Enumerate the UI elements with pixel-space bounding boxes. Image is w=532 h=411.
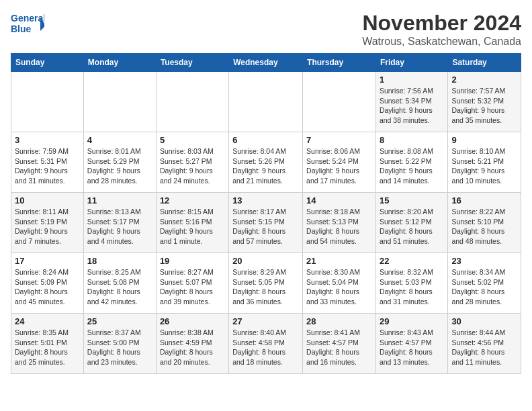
- day-info: Sunrise: 8:35 AM Sunset: 5:01 PM Dayligh…: [15, 328, 80, 367]
- day-info: Sunrise: 7:59 AM Sunset: 5:31 PM Dayligh…: [15, 146, 80, 186]
- day-number: 7: [306, 135, 372, 145]
- day-number: 23: [451, 256, 517, 266]
- calendar-cell: 12Sunrise: 8:15 AM Sunset: 5:16 PM Dayli…: [156, 193, 228, 253]
- calendar-week-row: 24Sunrise: 8:35 AM Sunset: 5:01 PM Dayli…: [11, 314, 521, 374]
- calendar-cell: 30Sunrise: 8:44 AM Sunset: 4:56 PM Dayli…: [448, 314, 521, 374]
- day-number: 21: [306, 256, 372, 266]
- day-info: Sunrise: 8:24 AM Sunset: 5:09 PM Dayligh…: [15, 267, 80, 307]
- calendar-cell: 9Sunrise: 8:10 AM Sunset: 5:21 PM Daylig…: [448, 132, 521, 193]
- logo-svg: General Blue: [11, 11, 44, 40]
- calendar-cell: 14Sunrise: 8:18 AM Sunset: 5:13 PM Dayli…: [303, 193, 376, 253]
- day-number: 25: [87, 316, 152, 326]
- calendar-cell: 11Sunrise: 8:13 AM Sunset: 5:17 PM Dayli…: [83, 193, 156, 253]
- calendar-cell: 10Sunrise: 8:11 AM Sunset: 5:19 PM Dayli…: [11, 193, 84, 253]
- day-number: 4: [87, 135, 152, 145]
- calendar-cell: 13Sunrise: 8:17 AM Sunset: 5:15 PM Dayli…: [229, 193, 303, 253]
- calendar-cell: 1Sunrise: 7:56 AM Sunset: 5:34 PM Daylig…: [375, 72, 447, 132]
- day-info: Sunrise: 8:25 AM Sunset: 5:08 PM Dayligh…: [87, 267, 152, 307]
- calendar-cell: 24Sunrise: 8:35 AM Sunset: 5:01 PM Dayli…: [11, 314, 84, 374]
- calendar-week-row: 17Sunrise: 8:24 AM Sunset: 5:09 PM Dayli…: [11, 253, 521, 314]
- weekday-header-tuesday: Tuesday: [156, 54, 228, 72]
- day-info: Sunrise: 7:56 AM Sunset: 5:34 PM Dayligh…: [380, 86, 444, 126]
- day-number: 6: [232, 135, 299, 145]
- day-info: Sunrise: 8:30 AM Sunset: 5:04 PM Dayligh…: [306, 267, 372, 307]
- day-number: 27: [232, 316, 299, 326]
- calendar-cell: 8Sunrise: 8:08 AM Sunset: 5:22 PM Daylig…: [375, 132, 447, 193]
- calendar-cell: 3Sunrise: 7:59 AM Sunset: 5:31 PM Daylig…: [11, 132, 84, 193]
- day-info: Sunrise: 8:44 AM Sunset: 4:56 PM Dayligh…: [451, 328, 517, 367]
- calendar-cell: 21Sunrise: 8:30 AM Sunset: 5:04 PM Dayli…: [303, 253, 376, 314]
- day-info: Sunrise: 8:18 AM Sunset: 5:13 PM Dayligh…: [306, 207, 372, 246]
- calendar-cell: [229, 72, 303, 132]
- calendar-cell: 7Sunrise: 8:06 AM Sunset: 5:24 PM Daylig…: [303, 132, 376, 193]
- calendar-cell: 22Sunrise: 8:32 AM Sunset: 5:03 PM Dayli…: [375, 253, 447, 314]
- day-number: 18: [87, 256, 152, 266]
- day-info: Sunrise: 8:15 AM Sunset: 5:16 PM Dayligh…: [160, 207, 225, 246]
- day-info: Sunrise: 8:40 AM Sunset: 4:58 PM Dayligh…: [232, 328, 299, 367]
- calendar-cell: 26Sunrise: 8:38 AM Sunset: 4:59 PM Dayli…: [156, 314, 228, 374]
- svg-text:General: General: [11, 13, 44, 24]
- day-number: 15: [380, 195, 444, 205]
- day-number: 17: [15, 256, 80, 266]
- weekday-header-thursday: Thursday: [303, 54, 376, 72]
- day-number: 19: [160, 256, 225, 266]
- title-area: November 2024 Watrous, Saskatchewan, Can…: [362, 11, 521, 48]
- weekday-header-wednesday: Wednesday: [229, 54, 303, 72]
- month-title: November 2024: [362, 11, 521, 36]
- calendar-cell: 6Sunrise: 8:04 AM Sunset: 5:26 PM Daylig…: [229, 132, 303, 193]
- weekday-header-friday: Friday: [375, 54, 447, 72]
- calendar-cell: 25Sunrise: 8:37 AM Sunset: 5:00 PM Dayli…: [83, 314, 156, 374]
- day-number: 14: [306, 195, 372, 205]
- day-number: 16: [451, 195, 517, 205]
- day-info: Sunrise: 8:10 AM Sunset: 5:21 PM Dayligh…: [451, 146, 517, 186]
- day-info: Sunrise: 7:57 AM Sunset: 5:32 PM Dayligh…: [451, 86, 517, 126]
- calendar-cell: 27Sunrise: 8:40 AM Sunset: 4:58 PM Dayli…: [229, 314, 303, 374]
- day-info: Sunrise: 8:22 AM Sunset: 5:10 PM Dayligh…: [451, 207, 517, 246]
- location-title: Watrous, Saskatchewan, Canada: [362, 36, 521, 48]
- day-number: 11: [87, 195, 152, 205]
- calendar-cell: 2Sunrise: 7:57 AM Sunset: 5:32 PM Daylig…: [448, 72, 521, 132]
- day-info: Sunrise: 8:08 AM Sunset: 5:22 PM Dayligh…: [380, 146, 444, 186]
- calendar-cell: 23Sunrise: 8:34 AM Sunset: 5:02 PM Dayli…: [448, 253, 521, 314]
- calendar-cell: 18Sunrise: 8:25 AM Sunset: 5:08 PM Dayli…: [83, 253, 156, 314]
- calendar-table: SundayMondayTuesdayWednesdayThursdayFrid…: [11, 53, 521, 374]
- day-info: Sunrise: 8:06 AM Sunset: 5:24 PM Dayligh…: [306, 146, 372, 186]
- day-info: Sunrise: 8:27 AM Sunset: 5:07 PM Dayligh…: [160, 267, 225, 307]
- calendar-cell: [156, 72, 228, 132]
- day-info: Sunrise: 8:03 AM Sunset: 5:27 PM Dayligh…: [160, 146, 225, 186]
- calendar-header-row: SundayMondayTuesdayWednesdayThursdayFrid…: [11, 54, 521, 72]
- calendar-cell: 4Sunrise: 8:01 AM Sunset: 5:29 PM Daylig…: [83, 132, 156, 193]
- weekday-header-sunday: Sunday: [11, 54, 84, 72]
- day-number: 10: [15, 195, 80, 205]
- day-number: 20: [232, 256, 299, 266]
- day-number: 28: [306, 316, 372, 326]
- day-info: Sunrise: 8:32 AM Sunset: 5:03 PM Dayligh…: [380, 267, 444, 307]
- day-number: 3: [15, 135, 80, 145]
- day-number: 22: [380, 256, 444, 266]
- day-info: Sunrise: 8:38 AM Sunset: 4:59 PM Dayligh…: [160, 328, 225, 367]
- calendar-cell: [83, 72, 156, 132]
- day-number: 12: [160, 195, 225, 205]
- page-header: General Blue November 2024 Watrous, Sask…: [11, 11, 521, 48]
- weekday-header-saturday: Saturday: [448, 54, 521, 72]
- svg-text:Blue: Blue: [11, 24, 32, 34]
- day-number: 5: [160, 135, 225, 145]
- day-info: Sunrise: 8:37 AM Sunset: 5:00 PM Dayligh…: [87, 328, 152, 367]
- day-info: Sunrise: 8:01 AM Sunset: 5:29 PM Dayligh…: [87, 146, 152, 186]
- calendar-week-row: 3Sunrise: 7:59 AM Sunset: 5:31 PM Daylig…: [11, 132, 521, 193]
- day-number: 8: [380, 135, 444, 145]
- calendar-cell: 5Sunrise: 8:03 AM Sunset: 5:27 PM Daylig…: [156, 132, 228, 193]
- calendar-cell: 20Sunrise: 8:29 AM Sunset: 5:05 PM Dayli…: [229, 253, 303, 314]
- day-number: 1: [380, 75, 444, 85]
- calendar-cell: 28Sunrise: 8:41 AM Sunset: 4:57 PM Dayli…: [303, 314, 376, 374]
- day-info: Sunrise: 8:34 AM Sunset: 5:02 PM Dayligh…: [451, 267, 517, 307]
- day-info: Sunrise: 8:43 AM Sunset: 4:57 PM Dayligh…: [380, 328, 444, 367]
- day-number: 2: [451, 75, 517, 85]
- day-info: Sunrise: 8:20 AM Sunset: 5:12 PM Dayligh…: [380, 207, 444, 246]
- day-info: Sunrise: 8:11 AM Sunset: 5:19 PM Dayligh…: [15, 207, 80, 246]
- calendar-cell: 15Sunrise: 8:20 AM Sunset: 5:12 PM Dayli…: [375, 193, 447, 253]
- day-info: Sunrise: 8:13 AM Sunset: 5:17 PM Dayligh…: [87, 207, 152, 246]
- day-number: 9: [451, 135, 517, 145]
- weekday-header-monday: Monday: [83, 54, 156, 72]
- calendar-cell: [11, 72, 84, 132]
